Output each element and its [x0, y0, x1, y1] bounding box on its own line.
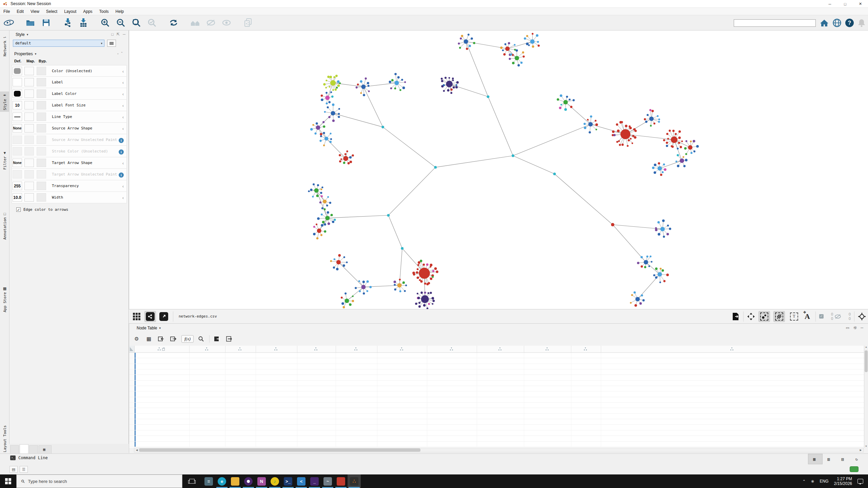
- close-button[interactable]: ✕: [853, 0, 868, 8]
- table-cell[interactable]: [256, 442, 297, 447]
- table-cell[interactable]: [524, 353, 571, 358]
- import-table-icon[interactable]: [156, 334, 166, 343]
- export-table-icon[interactable]: [169, 334, 178, 343]
- style-property-row[interactable]: NoneTarget Arrow Shape‹: [12, 157, 127, 169]
- table-cell[interactable]: [377, 386, 427, 391]
- mapping-cell[interactable]: [24, 101, 34, 109]
- taskbar-app-notion[interactable]: N: [255, 474, 268, 488]
- table-cell[interactable]: [377, 403, 427, 408]
- table-cell[interactable]: [571, 414, 601, 419]
- table-cell[interactable]: [256, 425, 297, 430]
- bypass-cell[interactable]: [37, 78, 46, 86]
- south-tab-enrichment-table[interactable]: ↻: [851, 454, 865, 464]
- move-mode-icon[interactable]: [747, 312, 755, 321]
- column-header-scientific[interactable]: [571, 346, 601, 352]
- default-cell[interactable]: [13, 67, 22, 75]
- row-handle[interactable]: [129, 391, 135, 396]
- table-cell[interactable]: [427, 419, 477, 424]
- chevron-left-icon[interactable]: ‹: [122, 92, 124, 97]
- column-header-color[interactable]: [225, 346, 256, 352]
- table-cell[interactable]: [477, 364, 524, 369]
- menu-layout[interactable]: Layout: [61, 8, 80, 15]
- table-cell[interactable]: [477, 419, 524, 424]
- style-property-row[interactable]: Color (Unselected)‹: [12, 65, 127, 77]
- table-row[interactable]: [129, 391, 864, 397]
- style-property-row[interactable]: Source Arrow Unselected Painti: [12, 134, 127, 146]
- table-cell[interactable]: [190, 414, 225, 419]
- default-cell[interactable]: [13, 147, 22, 156]
- table-cell[interactable]: [477, 430, 524, 435]
- bypass-cell[interactable]: [37, 124, 46, 133]
- table-vertical-scrollbar[interactable]: ▲▼: [864, 346, 868, 448]
- table-cell[interactable]: [190, 358, 225, 363]
- home-icon[interactable]: [820, 19, 829, 27]
- sidebar-tab-filter[interactable]: ▼Filter: [0, 149, 9, 171]
- default-cell[interactable]: 10.0: [13, 193, 22, 202]
- default-cell[interactable]: 10: [13, 101, 22, 109]
- table-export-all-icon[interactable]: [224, 334, 234, 343]
- style-property-row[interactable]: Label‹: [12, 77, 127, 88]
- import-network-icon[interactable]: [61, 17, 75, 29]
- table-row[interactable]: [129, 430, 864, 436]
- table-cell[interactable]: [135, 419, 190, 424]
- default-cell[interactable]: 255: [13, 182, 22, 190]
- bypass-cell[interactable]: [37, 67, 46, 75]
- table-cell[interactable]: [190, 381, 225, 386]
- table-cell[interactable]: [477, 353, 524, 358]
- panel-minimize-icon[interactable]: ─: [123, 32, 125, 37]
- table-cell[interactable]: [297, 403, 336, 408]
- mapping-cell[interactable]: [24, 136, 34, 144]
- table-cell[interactable]: [190, 403, 225, 408]
- mapping-cell[interactable]: [24, 182, 34, 190]
- table-cell[interactable]: [427, 408, 477, 413]
- table-cell[interactable]: [477, 408, 524, 413]
- table-cell[interactable]: [524, 397, 571, 402]
- bell-icon[interactable]: [858, 19, 865, 27]
- row-handle[interactable]: [129, 436, 135, 441]
- table-cell[interactable]: [601, 403, 864, 408]
- table-cell[interactable]: [601, 425, 864, 430]
- checkbox-icon[interactable]: ✓: [16, 207, 21, 212]
- table-cell[interactable]: [225, 375, 256, 380]
- table-cell[interactable]: [256, 386, 297, 391]
- table-cell[interactable]: [377, 436, 427, 441]
- table-pin-icon[interactable]: ✇: [852, 325, 858, 331]
- panel-float-icon[interactable]: □: [111, 32, 114, 37]
- table-cell[interactable]: [427, 403, 477, 408]
- row-handle[interactable]: [129, 419, 135, 424]
- table-cell[interactable]: [336, 425, 377, 430]
- table-cell[interactable]: [571, 381, 601, 386]
- table-row[interactable]: [129, 369, 864, 375]
- table-cell[interactable]: [190, 419, 225, 424]
- tray-expand-icon[interactable]: ⌃: [803, 479, 806, 484]
- table-cell[interactable]: [225, 430, 256, 435]
- table-cell[interactable]: [297, 436, 336, 441]
- table-cell[interactable]: [190, 375, 225, 380]
- show-all-icon[interactable]: [220, 17, 233, 29]
- table-cell[interactable]: [135, 408, 190, 413]
- table-cell[interactable]: [225, 397, 256, 402]
- table-cell[interactable]: [601, 442, 864, 447]
- panel-tab-network[interactable]: [29, 445, 38, 453]
- cytoscape-logo-icon[interactable]: [2, 17, 16, 29]
- bypass-cell[interactable]: [37, 136, 46, 144]
- table-row[interactable]: [129, 403, 864, 408]
- table-cell[interactable]: [256, 364, 297, 369]
- bypass-cell[interactable]: [37, 89, 46, 98]
- style-options-button[interactable]: [107, 40, 116, 47]
- table-cell[interactable]: [377, 425, 427, 430]
- table-cell[interactable]: [297, 391, 336, 396]
- open-session-icon[interactable]: [24, 17, 37, 29]
- table-cell[interactable]: [297, 408, 336, 413]
- style-property-row[interactable]: 10Label Font Size‹: [12, 100, 127, 111]
- table-cell[interactable]: [601, 408, 864, 413]
- column-header-shared-name[interactable]: [135, 346, 190, 352]
- menu-tools[interactable]: Tools: [96, 8, 112, 15]
- column-header-genus[interactable]: [477, 346, 524, 352]
- table-cell[interactable]: [225, 414, 256, 419]
- mapping-cell[interactable]: [24, 78, 34, 86]
- table-cell[interactable]: [524, 403, 571, 408]
- table-cell[interactable]: [601, 436, 864, 441]
- table-horizontal-scrollbar[interactable]: ◄►: [134, 448, 864, 452]
- table-cell[interactable]: [524, 364, 571, 369]
